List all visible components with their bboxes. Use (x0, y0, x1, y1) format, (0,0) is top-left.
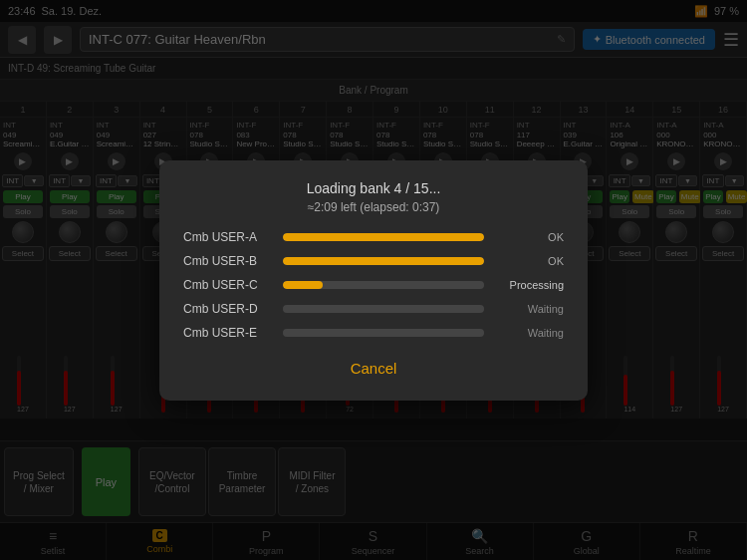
progress-fill-1 (283, 257, 484, 265)
progress-label-2: Cmb USER-C (183, 278, 273, 292)
progress-status-3: Waiting (494, 303, 564, 315)
progress-row-3: Cmb USER-D Waiting (183, 302, 564, 316)
progress-row-2: Cmb USER-C Processing (183, 278, 564, 292)
progress-track-2 (283, 281, 484, 289)
progress-status-2: Processing (494, 279, 564, 291)
progress-label-0: Cmb USER-A (183, 230, 273, 244)
progress-track-4 (283, 329, 484, 337)
progress-fill-0 (283, 233, 484, 241)
progress-label-4: Cmb USER-E (183, 326, 273, 340)
progress-rows: Cmb USER-A OK Cmb USER-B OK Cmb USER-C P… (183, 230, 564, 340)
modal-overlay: Loading bank 4 / 15... ≈2:09 left (elaps… (0, 0, 747, 560)
modal-subtitle: ≈2:09 left (elapsed: 0:37) (183, 200, 564, 214)
progress-row-4: Cmb USER-E Waiting (183, 326, 564, 340)
loading-modal: Loading bank 4 / 15... ≈2:09 left (elaps… (159, 160, 588, 401)
progress-status-0: OK (494, 231, 564, 243)
modal-cancel-container: Cancel (183, 356, 564, 381)
cancel-button[interactable]: Cancel (331, 356, 417, 381)
progress-track-1 (283, 257, 484, 265)
progress-track-0 (283, 233, 484, 241)
progress-label-1: Cmb USER-B (183, 254, 273, 268)
progress-status-4: Waiting (494, 327, 564, 339)
progress-row-0: Cmb USER-A OK (183, 230, 564, 244)
progress-status-1: OK (494, 255, 564, 267)
modal-title: Loading bank 4 / 15... (183, 180, 564, 196)
progress-label-3: Cmb USER-D (183, 302, 273, 316)
progress-row-1: Cmb USER-B OK (183, 254, 564, 268)
progress-fill-2 (283, 281, 323, 289)
progress-track-3 (283, 305, 484, 313)
